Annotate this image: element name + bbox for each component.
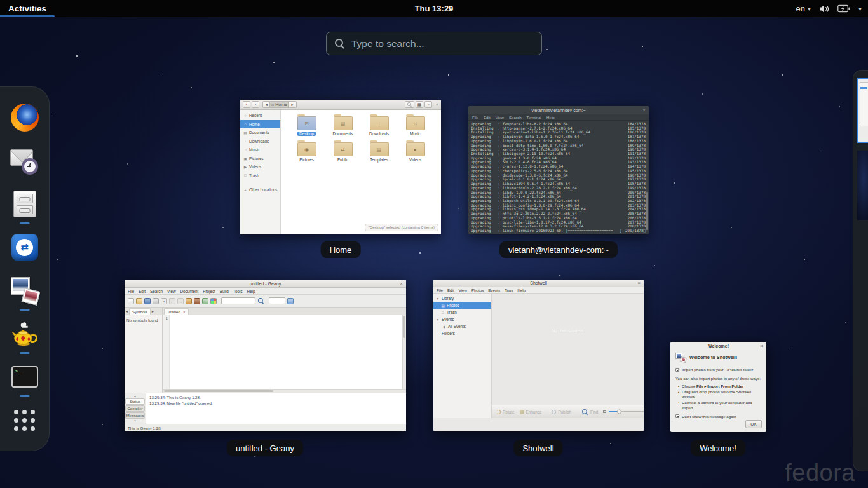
dont-show-again-checkbox[interactable]: Don't show this message again [675,414,761,419]
tab-scroll-left-icon[interactable]: ◂ [126,309,128,313]
close-icon[interactable]: × [637,280,641,287]
panel-tab[interactable]: Status [125,398,145,405]
activities-button[interactable]: Activities [0,0,55,17]
terminal-scrollbar[interactable] [646,125,648,230]
sidebar-item[interactable]: ▤ Documents [240,128,280,137]
toolbar-icon[interactable] [153,298,159,304]
menu-item[interactable]: Search [509,115,522,119]
search-input[interactable] [351,38,533,50]
window-welcome-dialog[interactable]: Welcome! × Welcome to Shotwell! Import p… [670,342,766,432]
window-terminal[interactable]: vietanh@vietanhdev-com:~ × FileEditViewS… [468,106,649,234]
menu-item[interactable]: View [167,289,176,294]
search-bar[interactable] [326,32,542,55]
menu-item[interactable]: File [472,115,478,119]
toolbar-icon[interactable] [128,298,134,304]
sidebar-item[interactable]: □ Trash [240,172,280,180]
clock[interactable]: Thu 13:29 [415,4,454,13]
goto-line-entry[interactable] [269,297,285,304]
menu-item[interactable]: Help [517,288,526,292]
sidebar-item[interactable]: ▣ Pictures [240,154,280,163]
tab-symbols[interactable]: Symbols [129,308,151,315]
path-scroll-left[interactable]: ◂ [262,101,270,108]
find-entry[interactable] [221,297,255,304]
import-pictures-checkbox[interactable]: Import photos from your ~/Pictures folde… [675,367,761,372]
list-view-button[interactable]: ≡ [424,101,432,108]
menu-item[interactable]: File [437,288,443,292]
folder-item[interactable]: ⇄ Public [325,142,361,162]
keyboard-layout-menu[interactable]: en ▾ [796,4,811,13]
window-files-home[interactable]: ‹ › ◂ ⌂ Home ▸ ▦ ≡ × ○ Recent [240,100,441,234]
system-status-menu[interactable]: ▾ [819,4,862,13]
menu-item[interactable]: Help [546,115,555,119]
search-icon[interactable] [258,298,264,304]
enhance-button[interactable]: Enhance [520,410,542,414]
workspace-thumbnail-active[interactable] [857,78,868,143]
editor-canvas[interactable] [170,315,402,389]
tab-untitled[interactable]: untitled × [164,308,189,315]
workspace-thumbnail-empty[interactable] [857,151,868,220]
sidebar-item[interactable]: ○ Recent [240,111,280,120]
sidebar-item[interactable]: ↓ Downloads [240,137,280,146]
dock-item-shotwell[interactable] [7,273,43,308]
find-button[interactable]: Find [581,409,598,416]
window-shotwell[interactable]: Shotwell × FileEditViewPhotosEventsTagsH… [433,280,644,431]
editor-hscrollbar[interactable] [163,389,406,393]
toolbar-icon[interactable] [210,298,217,304]
folder-item[interactable]: ◉ Pictures [288,142,325,162]
toolbar-icon[interactable] [169,298,175,304]
editor-vscrollbar[interactable] [402,315,406,389]
sidebar-item[interactable]: + Other Locations [240,186,280,194]
close-tab-icon[interactable]: × [183,310,186,314]
menu-item[interactable]: View [496,115,504,119]
menu-item[interactable]: Edit [139,289,146,294]
close-icon[interactable]: × [435,102,438,107]
close-icon[interactable]: × [760,342,763,350]
folder-item[interactable]: ♫ Music [397,116,433,136]
dock-item-terminal[interactable] [7,359,43,395]
dock-item-show-apps[interactable] [7,402,43,438]
menu-item[interactable]: Search [150,289,163,294]
menu-item[interactable]: Terminal [527,115,541,119]
window-geany[interactable]: untitled - Geany × FileEditSearchViewDoc… [125,280,406,431]
zoom-out-icon[interactable] [603,410,606,413]
folder-item[interactable]: ▤ Templates [361,142,397,162]
sidebar-item[interactable]: Folders [433,330,491,337]
dock-item-files[interactable] [7,186,43,222]
menu-item[interactable]: View [459,288,467,292]
close-icon[interactable]: × [642,106,646,114]
folder-item[interactable]: ↓ Downloads [361,116,397,136]
toolbar-icon[interactable] [177,298,184,304]
toolbar-icon[interactable] [136,298,142,304]
forward-button[interactable]: › [252,101,259,108]
menu-item[interactable]: Edit [447,288,454,292]
jump-to-icon[interactable] [287,298,294,304]
sidebar-item[interactable]: ▾ Events [433,316,491,323]
rotate-button[interactable]: Rotate [496,410,515,414]
menu-item[interactable]: Photos [471,288,484,292]
menu-item[interactable]: Project [203,289,215,294]
panel-tab[interactable]: Compiler [125,405,145,412]
panel-tab[interactable]: Messages [125,412,145,419]
folder-item[interactable]: ▸ Videos [397,142,433,162]
dock-item-geany[interactable] [7,316,43,351]
toolbar-icon[interactable] [144,298,151,304]
ok-button[interactable]: OK [745,420,762,428]
sidebar-item[interactable]: ♫ Music [240,146,280,154]
dock-item-teamviewer[interactable]: ⇄ [7,229,43,265]
toolbar-icon[interactable] [161,298,167,304]
publish-button[interactable]: Publish [552,410,571,414]
tab-scroll-right-icon[interactable]: ▸ [152,309,154,313]
toolbar-icon[interactable] [194,298,200,304]
close-icon[interactable]: × [400,280,403,288]
folder-item[interactable]: ▤ Documents [325,116,361,136]
zoom-slider[interactable] [609,411,644,412]
files-search-button[interactable] [405,101,414,108]
menu-item[interactable]: File [128,289,134,294]
sidebar-item[interactable]: ⌂ Home [240,120,280,129]
slider-thumb[interactable] [617,410,621,414]
dock-item-evolution[interactable] [7,143,43,179]
menu-item[interactable]: Tags [505,288,513,292]
sidebar-item[interactable]: □ Trash [433,309,491,316]
sidebar-item[interactable]: ◆ All Events [433,323,491,330]
menu-item[interactable]: Edit [484,115,491,119]
